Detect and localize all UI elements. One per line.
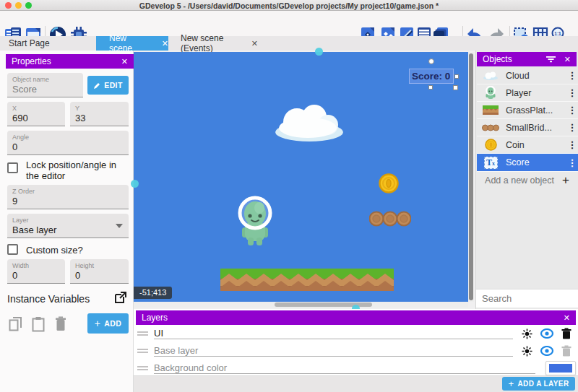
z-order-value: 9	[7, 195, 129, 207]
properties-panel-title: Properties	[12, 56, 51, 66]
add-variable-button[interactable]: + ADD	[87, 313, 129, 334]
cloud-instance[interactable]	[273, 100, 345, 142]
copy-icon[interactable]	[9, 316, 23, 332]
grass-platform-instance[interactable]	[220, 269, 394, 291]
close-icon[interactable]: ✕	[564, 55, 571, 64]
add-layer-button[interactable]: + ADD A LAYER	[502, 377, 575, 391]
object-menu-icon[interactable]: ⋮	[566, 87, 578, 98]
close-icon[interactable]: ✕	[121, 57, 128, 66]
x-value: 690	[7, 112, 65, 124]
object-name: SmallBrid...	[500, 123, 566, 133]
selection-handle-top[interactable]	[428, 58, 434, 64]
object-item-coin[interactable]: Coin ⋮	[477, 136, 578, 154]
object-item-score[interactable]: Tx Score ⋮	[477, 154, 578, 172]
tab-start-page[interactable]: Start Page	[0, 36, 91, 51]
player-instance[interactable]	[235, 196, 275, 246]
angle-field[interactable]: Angle 0	[7, 131, 129, 155]
height-field[interactable]: Height 0	[70, 259, 129, 284]
object-name-value: Score	[7, 83, 83, 95]
layer-visibility-icon[interactable]	[540, 328, 553, 339]
layer-row-background-color	[137, 360, 576, 377]
object-menu-icon[interactable]: ⋮	[566, 105, 578, 116]
edit-object-button[interactable]: EDIT	[87, 76, 129, 95]
delete-variable-icon[interactable]	[55, 316, 66, 332]
object-menu-icon[interactable]: ⋮	[566, 70, 578, 81]
object-name: Player	[500, 88, 566, 98]
object-menu-icon[interactable]: ⋮	[566, 122, 578, 133]
tab-start-page-label: Start Page	[9, 38, 50, 48]
layer-delete-icon-disabled	[561, 345, 571, 357]
coin-instance[interactable]	[379, 173, 399, 193]
object-name-field[interactable]: Object name Score	[7, 73, 83, 97]
tab-close-icon[interactable]: ✕	[251, 39, 258, 48]
lock-position-checkbox[interactable]	[7, 162, 18, 173]
layer-row-base	[137, 342, 576, 360]
svg-text:1:1: 1:1	[554, 31, 561, 36]
width-value: 0	[7, 269, 65, 282]
layer-delete-icon[interactable]	[561, 328, 571, 339]
tab-bar: Start Page New scene ✕ New scene (Events…	[0, 36, 578, 51]
cloud-thumbnail-icon	[481, 71, 500, 80]
vertical-scrollbar[interactable]	[468, 52, 474, 302]
score-text-instance[interactable]: Score: 0	[412, 71, 450, 82]
custom-size-checkbox[interactable]	[7, 244, 18, 255]
color-swatch-fill	[549, 364, 572, 373]
selection-handle-right[interactable]	[454, 74, 459, 79]
object-name: GrassPlat...	[500, 105, 566, 116]
layer-name-input[interactable]	[154, 328, 513, 339]
paste-icon[interactable]	[32, 316, 45, 332]
object-search-bar	[476, 289, 578, 308]
layer-name-input[interactable]	[154, 345, 513, 357]
object-item-grassplatform[interactable]: GrassPlat... ⋮	[477, 102, 578, 119]
filter-icon[interactable]	[546, 56, 556, 63]
custom-size-label: Custom size?	[26, 245, 83, 256]
width-field[interactable]: Width 0	[7, 259, 65, 284]
tab-new-scene-events[interactable]: New scene (Events) ✕	[173, 36, 258, 51]
tab-new-scene[interactable]: New scene ✕	[96, 36, 168, 51]
coin-thumbnail-icon	[481, 139, 500, 151]
object-name: Score	[500, 157, 566, 167]
add-button-label: ADD	[104, 319, 121, 328]
layers-panel-header: Layers ✕	[136, 310, 576, 325]
small-bridge-instance[interactable]	[369, 211, 411, 227]
object-menu-icon[interactable]: ⋮	[566, 139, 578, 150]
object-item-smallbridge[interactable]: SmallBrid... ⋮	[477, 119, 578, 136]
add-new-object-button[interactable]: Add a new object +	[477, 172, 578, 189]
properties-resize-handle[interactable]	[131, 180, 139, 188]
scene-canvas[interactable]: Score: 0 -51;413	[134, 52, 468, 302]
x-position-field[interactable]: X 690	[7, 102, 65, 126]
drag-handle-icon[interactable]	[137, 347, 148, 354]
tab-close-icon[interactable]: ✕	[162, 39, 168, 48]
y-label: Y	[70, 102, 129, 112]
object-name: Coin	[500, 140, 566, 150]
open-variables-icon[interactable]	[113, 290, 128, 305]
layer-visibility-icon[interactable]	[540, 346, 553, 356]
lock-position-label: Lock position/angle in the editor	[26, 160, 129, 181]
horizontal-scrollbar[interactable]	[134, 302, 468, 308]
object-name-label: Object name	[7, 73, 83, 83]
y-position-field[interactable]: Y 33	[70, 102, 129, 126]
vertical-scrollbar-thumb[interactable]	[469, 53, 473, 300]
search-input[interactable]	[476, 293, 578, 304]
object-name: Cloud	[500, 71, 566, 81]
angle-value: 0	[7, 141, 129, 153]
properties-panel-header: Properties ✕	[6, 54, 134, 69]
layer-effects-icon[interactable]	[522, 346, 532, 357]
main-toolbar: 1:1	[0, 11, 578, 36]
angle-label: Angle	[7, 131, 129, 141]
pencil-icon	[93, 82, 101, 90]
selection-handle-bottom[interactable]	[428, 85, 433, 90]
selection-handle-corner[interactable]	[453, 85, 458, 90]
small-bridge-thumbnail-icon	[481, 124, 500, 131]
canvas-top-resize-handle[interactable]	[315, 48, 323, 56]
layer-effects-icon[interactable]	[522, 328, 532, 339]
background-color-swatch[interactable]	[545, 361, 576, 375]
objects-panel-title: Objects	[483, 54, 512, 64]
z-order-field[interactable]: Z Order 9	[7, 185, 129, 209]
layer-select[interactable]: Layer Base layer	[7, 214, 129, 238]
object-item-player[interactable]: Player ⋮	[477, 84, 578, 102]
drag-handle-icon[interactable]	[137, 330, 148, 337]
object-item-cloud[interactable]: Cloud ⋮	[477, 67, 578, 84]
close-icon[interactable]: ✕	[564, 313, 570, 323]
object-menu-icon[interactable]: ⋮	[566, 157, 578, 168]
